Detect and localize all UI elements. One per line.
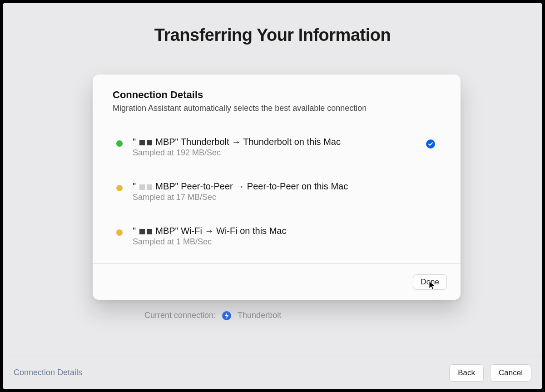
connection-details-link[interactable]: Connection Details (14, 368, 82, 377)
migration-assistant-window: Transferring Your Information Connection… (3, 3, 542, 389)
back-button[interactable]: Back (449, 364, 484, 382)
current-connection-status: Current connection: Thunderbolt (144, 311, 281, 320)
connection-sample-rate: Sampled at 1 MB/Sec (133, 237, 435, 247)
arrow-icon: → (232, 137, 241, 147)
arrow-icon: → (204, 226, 213, 236)
connection-source-name: MBP" Thunderbolt (155, 137, 229, 147)
connection-source-name: MBP" Wi-Fi (155, 226, 202, 236)
page-title: Transferring Your Information (3, 25, 542, 45)
connection-source-prefix: " (133, 226, 136, 236)
connection-row[interactable]: " MBP" Wi-Fi → Wi-Fi on this Mac Sampled… (116, 226, 435, 247)
redacted-name-icon (139, 184, 153, 190)
connection-sample-rate: Sampled at 192 MB/Sec (133, 148, 416, 158)
connection-source-prefix: " (133, 137, 136, 147)
current-connection-value: Thunderbolt (238, 311, 281, 320)
cancel-button[interactable]: Cancel (490, 364, 531, 382)
connection-target: Thunderbolt on this Mac (243, 137, 341, 147)
connection-label: " MBP" Wi-Fi → Wi-Fi on this Mac (133, 226, 435, 236)
redacted-name-icon (139, 229, 153, 234)
connection-sample-rate: Sampled at 17 MB/Sec (133, 193, 435, 202)
connection-label: " MBP" Peer-to-Peer → Peer-to-Peer on th… (133, 181, 435, 192)
connection-row[interactable]: " MBP" Thunderbolt → Thunderbolt on this… (116, 137, 435, 158)
selected-check-icon (426, 139, 435, 149)
connection-source-prefix: " (133, 181, 136, 191)
status-dot-icon (116, 185, 123, 191)
connection-target: Peer-to-Peer on this Mac (247, 181, 348, 191)
current-connection-label: Current connection: (144, 311, 216, 320)
done-button[interactable]: Done (413, 274, 447, 290)
sheet-subtitle: Migration Assistant automatically select… (113, 104, 441, 113)
redacted-name-icon (139, 140, 153, 145)
status-dot-icon (116, 140, 123, 147)
connection-source-name: MBP" Peer-to-Peer (155, 181, 233, 191)
connection-target: Wi-Fi on this Mac (216, 226, 286, 236)
connection-label: " MBP" Thunderbolt → Thunderbolt on this… (133, 137, 416, 147)
status-dot-icon (116, 229, 123, 236)
arrow-icon: → (235, 181, 244, 191)
connection-details-sheet: Connection Details Migration Assistant a… (93, 74, 461, 300)
thunderbolt-icon (222, 311, 231, 320)
sheet-title: Connection Details (113, 89, 441, 101)
connection-row[interactable]: " MBP" Peer-to-Peer → Peer-to-Peer on th… (116, 181, 435, 202)
bottom-bar: Connection Details Back Cancel (3, 356, 542, 389)
connection-list: " MBP" Thunderbolt → Thunderbolt on this… (113, 137, 441, 247)
